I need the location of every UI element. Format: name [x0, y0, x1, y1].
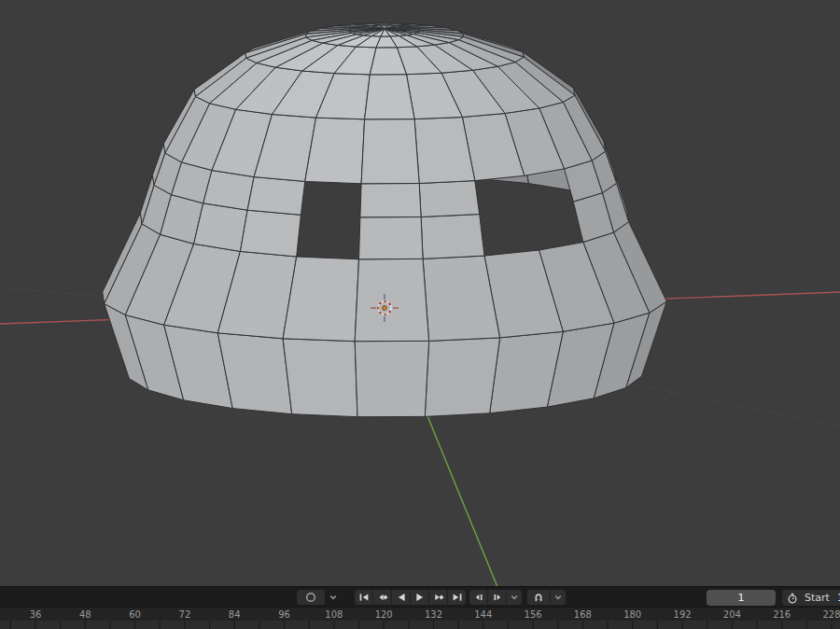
step-forward-icon [491, 591, 504, 604]
chevron-down-icon [327, 591, 340, 604]
keying-popover-button[interactable] [326, 590, 341, 605]
next-keyframe-icon [432, 591, 445, 604]
jump-to-prev-keyframe-button[interactable] [373, 590, 391, 605]
snap-toggle-button[interactable] [527, 590, 550, 605]
playback-popover-button[interactable] [507, 590, 522, 605]
play-reverse-icon [395, 591, 408, 604]
frame-label: 108 [325, 609, 343, 620]
frame-label: 216 [773, 609, 791, 620]
magnet-icon [532, 591, 545, 604]
stopwatch-icon [786, 592, 799, 605]
jump-to-end-button[interactable] [448, 590, 466, 605]
step-back-frame-button[interactable] [469, 590, 487, 605]
jump-to-start-button[interactable] [355, 590, 372, 605]
frame-label: 228 [822, 609, 840, 620]
blender-window: 1 Start 1 364860728496108120132144156168… [0, 0, 840, 629]
timeline-ruler[interactable]: 3648607284961081201321441561681801922042… [0, 607, 840, 629]
frame-step-controls [469, 590, 522, 605]
frame-label: 72 [179, 609, 191, 620]
play-button[interactable] [411, 590, 428, 605]
frame-start-label: Start [805, 592, 830, 604]
ruler-canvas: 3648607284961081201321441561681801922042… [0, 608, 840, 629]
frame-label: 48 [79, 609, 91, 620]
frame-label: 204 [723, 609, 741, 620]
chevron-down-icon [508, 591, 521, 604]
prev-keyframe-icon [376, 591, 389, 604]
jump-first-icon [357, 591, 371, 604]
chevron-down-icon [552, 591, 565, 604]
snap-popover-button[interactable] [551, 590, 566, 605]
frame-label: 168 [574, 609, 592, 620]
frame-label: 84 [229, 609, 241, 620]
frame-label: 132 [425, 609, 442, 620]
stopwatch-icon [786, 592, 799, 605]
timeline-header: 1 Start 1 [0, 586, 840, 607]
auto-keying-toggle-button[interactable] [297, 590, 325, 605]
transport-controls [355, 590, 466, 605]
ruler-labels: 3648607284961081201321441561681801922042… [30, 609, 840, 620]
frame-label: 96 [278, 609, 290, 620]
snap-controls [527, 590, 566, 605]
frame-label: 120 [375, 609, 393, 620]
current-frame-field[interactable]: 1 [707, 590, 776, 606]
step-back-icon [472, 591, 485, 604]
jump-last-icon [451, 591, 464, 604]
frame-label: 180 [623, 609, 641, 620]
3d-viewport[interactable] [0, 0, 840, 586]
frame-label: 144 [474, 609, 492, 620]
play-icon [413, 591, 427, 604]
frame-label: 156 [525, 609, 542, 620]
ruler-tick-strip [0, 621, 840, 629]
frame-label: 60 [129, 609, 141, 620]
viewport-canvas [0, 0, 840, 586]
auto-key-group [297, 590, 341, 605]
jump-to-next-keyframe-button[interactable] [429, 590, 447, 605]
step-forward-frame-button[interactable] [488, 590, 506, 605]
frame-label: 36 [30, 609, 42, 620]
frame-start-field[interactable]: Start 1 [782, 590, 840, 606]
frame-label: 192 [674, 609, 692, 620]
record-circle-icon [304, 591, 317, 604]
mesh-object[interactable] [103, 23, 667, 417]
play-reverse-button[interactable] [392, 590, 410, 605]
